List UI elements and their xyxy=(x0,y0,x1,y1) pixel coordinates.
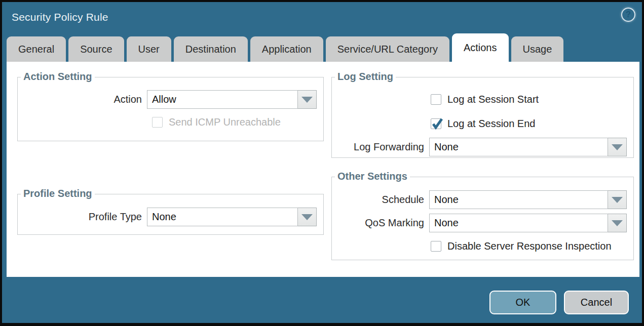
security-policy-rule-dialog: Security Policy Rule ? General Source Us… xyxy=(0,0,644,326)
tab-usage[interactable]: Usage xyxy=(511,36,564,62)
qos-marking-dropdown-value: None xyxy=(429,214,608,232)
title-bar: Security Policy Rule ? xyxy=(2,2,642,32)
tab-general[interactable]: General xyxy=(7,36,66,62)
schedule-dropdown[interactable]: None xyxy=(429,190,627,209)
triangle-glyph xyxy=(612,197,623,203)
disable-server-response-inspection-label: Disable Server Response Inspection xyxy=(447,240,612,252)
help-glyph: ? xyxy=(626,10,631,20)
log-forwarding-label: Log Forwarding xyxy=(337,141,429,153)
log-session-start-label: Log at Session Start xyxy=(447,94,539,105)
action-dropdown[interactable]: Allow xyxy=(147,90,317,109)
log-forwarding-dropdown[interactable]: None xyxy=(429,138,627,156)
profile-type-label: Profile Type xyxy=(23,211,147,223)
chevron-down-icon[interactable] xyxy=(608,214,627,232)
chevron-down-icon[interactable] xyxy=(298,90,317,109)
tab-service-url-category[interactable]: Service/URL Category xyxy=(326,36,449,62)
send-icmp-unreachable-checkbox xyxy=(152,117,163,128)
profile-type-dropdown-value: None xyxy=(147,208,298,226)
qos-marking-dropdown[interactable]: None xyxy=(429,214,627,232)
send-icmp-unreachable-label: Send ICMP Unreachable xyxy=(169,116,281,128)
action-label: Action xyxy=(23,94,147,105)
cancel-button[interactable]: Cancel xyxy=(564,291,629,314)
log-forwarding-dropdown-value: None xyxy=(429,138,608,156)
log-session-end-label: Log at Session End xyxy=(447,118,535,130)
tab-source[interactable]: Source xyxy=(68,36,124,62)
log-session-end-checkbox[interactable] xyxy=(431,118,441,129)
dialog-title: Security Policy Rule xyxy=(12,11,108,23)
profile-setting-legend: Profile Setting xyxy=(21,188,95,199)
tab-destination[interactable]: Destination xyxy=(174,36,248,62)
log-session-start-checkbox[interactable] xyxy=(431,94,441,105)
schedule-dropdown-value: None xyxy=(429,190,608,209)
chevron-down-icon[interactable] xyxy=(608,190,627,209)
profile-type-dropdown[interactable]: None xyxy=(147,208,317,226)
schedule-label: Schedule xyxy=(337,194,429,206)
other-settings-group: Other Settings Schedule None QoS Marking… xyxy=(331,177,634,260)
ok-button[interactable]: OK xyxy=(489,291,556,314)
other-settings-legend: Other Settings xyxy=(335,171,410,182)
tab-actions[interactable]: Actions xyxy=(452,33,509,62)
triangle-glyph xyxy=(301,97,313,103)
log-setting-legend: Log Setting xyxy=(335,71,396,83)
help-icon[interactable]: ? xyxy=(621,8,635,22)
action-setting-legend: Action Setting xyxy=(21,71,95,83)
actions-tab-panel: Action Setting Action Allow Send ICMP Un… xyxy=(7,62,639,277)
tab-user[interactable]: User xyxy=(127,36,171,62)
triangle-glyph xyxy=(301,214,313,220)
check-icon xyxy=(431,117,443,130)
qos-marking-label: QoS Marking xyxy=(337,217,429,229)
action-dropdown-value: Allow xyxy=(147,90,298,109)
tab-bar: General Source User Destination Applicat… xyxy=(7,32,637,62)
triangle-glyph xyxy=(612,220,623,226)
disable-server-response-inspection-checkbox[interactable] xyxy=(431,241,441,252)
action-setting-group: Action Setting Action Allow Send ICMP Un… xyxy=(17,77,324,141)
triangle-glyph xyxy=(612,144,623,150)
chevron-down-icon[interactable] xyxy=(608,138,627,156)
profile-setting-group: Profile Setting Profile Type None xyxy=(17,194,324,235)
tab-application[interactable]: Application xyxy=(250,36,323,62)
log-setting-group: Log Setting Log at Session Start Log at … xyxy=(331,77,634,158)
chevron-down-icon[interactable] xyxy=(298,208,317,226)
